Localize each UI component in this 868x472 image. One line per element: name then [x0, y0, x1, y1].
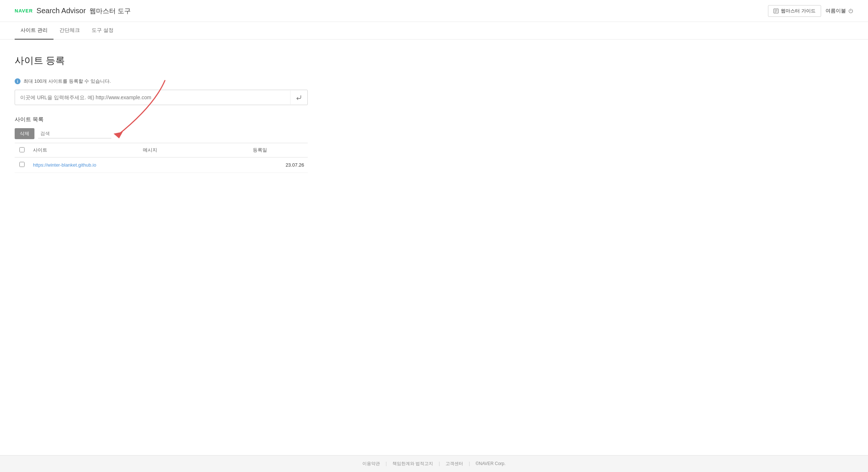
col-checkbox	[15, 143, 29, 157]
header: NAVER Search Advisor 웹마스터 도구 웹마스터 가이드 여름…	[0, 0, 868, 22]
enter-icon	[296, 94, 302, 101]
power-icon	[848, 8, 853, 14]
row-checkbox[interactable]	[19, 162, 25, 167]
row-message-cell	[139, 157, 249, 173]
main-content: 사이트 등록 i 최대 100개 사이트를 등록할 수 있습니다. 사이트 목록…	[0, 40, 440, 187]
webmaster-guide-button[interactable]: 웹마스터 가이드	[768, 5, 821, 17]
table-row: https://winter-blanket.github.io 23.07.2…	[15, 157, 308, 173]
delete-button[interactable]: 삭제	[15, 128, 34, 139]
page-title: 사이트 등록	[15, 54, 425, 67]
col-date-header: 등록일	[249, 143, 308, 157]
notice-text: 최대 100개 사이트를 등록할 수 있습니다.	[23, 78, 111, 85]
info-icon: i	[15, 78, 21, 84]
section-title: 사이트 목록	[15, 116, 425, 123]
tab-site-management[interactable]: 사이트 관리	[15, 22, 53, 40]
username-label: 여름이불	[825, 8, 846, 14]
header-subtitle: 웹마스터 도구	[89, 7, 131, 15]
list-toolbar: 삭제	[15, 128, 425, 139]
book-icon	[773, 8, 779, 14]
select-all-checkbox[interactable]	[19, 147, 25, 152]
annotation-arrow	[44, 77, 169, 150]
site-table-body: https://winter-blanket.github.io 23.07.2…	[15, 157, 308, 173]
row-checkbox-cell	[15, 157, 29, 173]
url-submit-button[interactable]	[290, 90, 307, 104]
url-input-container	[15, 90, 308, 105]
naver-logo: NAVER	[15, 8, 33, 14]
nav-tabs: 사이트 관리 간단체크 도구 설정	[0, 22, 868, 40]
url-input[interactable]	[15, 90, 290, 105]
header-right: 웹마스터 가이드 여름이불	[768, 5, 853, 17]
header-title: Search Advisor	[37, 7, 86, 15]
tab-tool-settings[interactable]: 도구 설정	[86, 22, 119, 40]
info-notice: i 최대 100개 사이트를 등록할 수 있습니다.	[15, 78, 425, 85]
guide-btn-label: 웹마스터 가이드	[781, 8, 816, 14]
header-left: NAVER Search Advisor 웹마스터 도구	[15, 7, 768, 15]
site-link[interactable]: https://winter-blanket.github.io	[33, 162, 96, 168]
tab-quick-check[interactable]: 간단체크	[53, 22, 86, 40]
site-table: 사이트 메시지 등록일 https://winter-blanket.githu…	[15, 143, 308, 173]
row-date-cell: 23.07.26	[249, 157, 308, 173]
col-message-header: 메시지	[139, 143, 249, 157]
search-input[interactable]	[38, 129, 111, 138]
col-site-header: 사이트	[29, 143, 139, 157]
table-header-row: 사이트 메시지 등록일	[15, 143, 308, 157]
user-info[interactable]: 여름이불	[825, 8, 853, 14]
row-site-cell: https://winter-blanket.github.io	[29, 157, 139, 173]
